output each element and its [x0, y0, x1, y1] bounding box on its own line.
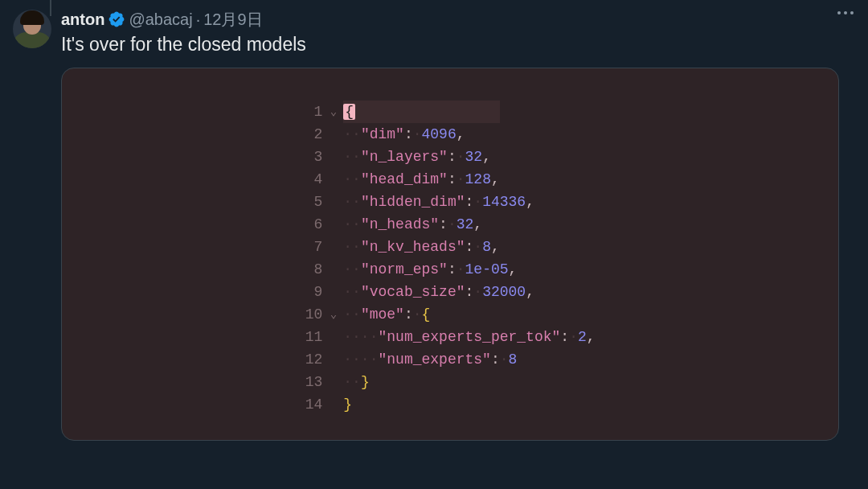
code-line: ··"vocab_size":·32000, [343, 281, 595, 303]
handle[interactable]: @abacaj [129, 10, 192, 29]
code-line: ····"num_experts_per_tok":·2, [343, 326, 595, 348]
line-number: 3⌄ [305, 146, 338, 168]
line-number: 8⌄ [305, 258, 338, 281]
line-number: 10⌄ [305, 303, 338, 326]
code-block: 1⌄2⌄3⌄4⌄5⌄6⌄7⌄8⌄9⌄10⌄11⌄12⌄13⌄14⌄ {··"di… [78, 101, 822, 416]
line-number: 2⌄ [305, 123, 338, 146]
media-card[interactable]: 1⌄2⌄3⌄4⌄5⌄6⌄7⌄8⌄9⌄10⌄11⌄12⌄13⌄14⌄ {··"di… [61, 68, 839, 441]
code-line: ··"n_heads":·32, [343, 213, 595, 236]
code-lines: {··"dim":·4096,··"n_layers":·32,··"head_… [343, 101, 595, 416]
code-line: ····"num_experts":·8 [343, 348, 595, 371]
line-number: 5⌄ [305, 191, 338, 213]
line-number: 9⌄ [305, 281, 338, 303]
line-number: 13⌄ [305, 371, 338, 393]
line-number: 14⌄ [305, 393, 338, 416]
tweet-header: anton @abacaj · 12月9日 [61, 10, 855, 29]
avatar[interactable] [13, 10, 51, 48]
more-options-button[interactable] [837, 11, 854, 14]
code-line: ··"norm_eps":·1e-05, [343, 258, 595, 281]
line-number-gutter: 1⌄2⌄3⌄4⌄5⌄6⌄7⌄8⌄9⌄10⌄11⌄12⌄13⌄14⌄ [305, 101, 344, 416]
code-line: ··} [343, 371, 595, 393]
tweet-container: anton @abacaj · 12月9日 It's over for the … [0, 0, 868, 450]
avatar-column [13, 10, 51, 441]
fold-chevron-icon: ⌄ [327, 101, 337, 123]
post-date[interactable]: 12月9日 [203, 10, 262, 29]
code-line: ··"dim":·4096, [343, 123, 595, 146]
verified-badge-icon [108, 10, 125, 28]
thread-line [50, 0, 51, 16]
line-number: 1⌄ [305, 101, 338, 123]
fold-chevron-icon: ⌄ [327, 303, 337, 326]
code-line: ··"hidden_dim":·14336, [343, 191, 595, 213]
display-name[interactable]: anton [61, 10, 104, 29]
separator: · [196, 10, 201, 29]
code-line: ··"n_kv_heads":·8, [343, 236, 595, 258]
code-line: } [343, 393, 595, 416]
line-number: 11⌄ [305, 326, 338, 348]
line-number: 6⌄ [305, 213, 338, 236]
line-number: 7⌄ [305, 236, 338, 258]
line-number: 12⌄ [305, 348, 338, 371]
code-line: ··"moe":·{ [343, 303, 595, 326]
code-line: ··"head_dim":·128, [343, 168, 595, 191]
code-line: ··"n_layers":·32, [343, 146, 595, 168]
code-line: { [343, 101, 595, 123]
line-number: 4⌄ [305, 168, 338, 191]
tweet-content: anton @abacaj · 12月9日 It's over for the … [61, 10, 855, 441]
tweet-text: It's over for the closed models [61, 32, 855, 56]
